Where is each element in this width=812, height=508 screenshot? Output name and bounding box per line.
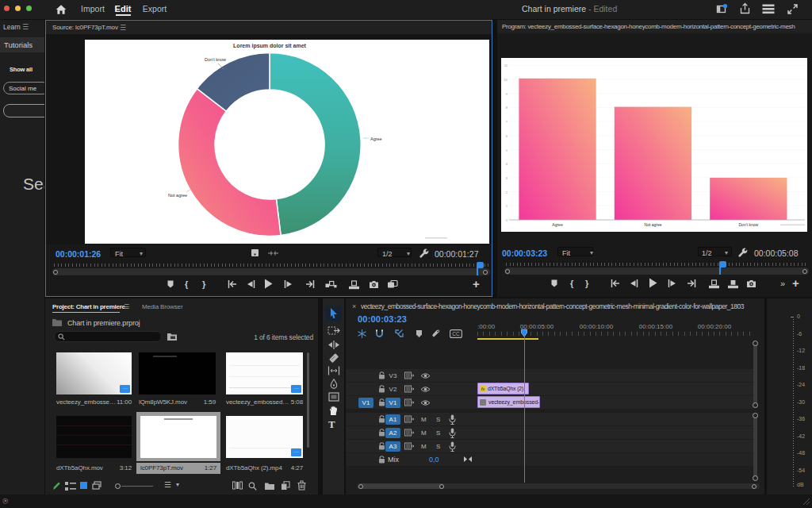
svg-text:1: 1 xyxy=(505,204,508,208)
svg-text:5: 5 xyxy=(505,148,508,152)
svg-text:Agree: Agree xyxy=(552,222,563,227)
svg-text:10: 10 xyxy=(504,78,508,82)
svg-text:2: 2 xyxy=(505,190,508,194)
svg-text:0: 0 xyxy=(505,218,508,222)
svg-text:Don't know: Don't know xyxy=(738,222,758,227)
svg-text:3: 3 xyxy=(505,176,508,180)
svg-text:4: 4 xyxy=(505,162,508,166)
svg-text:CC: CC xyxy=(452,331,460,337)
svg-text:Don't know: Don't know xyxy=(205,57,226,62)
svg-text:7: 7 xyxy=(505,120,508,124)
svg-text:Agree: Agree xyxy=(370,137,382,141)
svg-text:Not agree: Not agree xyxy=(644,222,661,227)
svg-text:Not agree: Not agree xyxy=(168,193,187,198)
svg-text:11: 11 xyxy=(504,64,508,67)
svg-text:8: 8 xyxy=(505,106,508,110)
svg-text:Lorem ipsum dolor sit amet: Lorem ipsum dolor sit amet xyxy=(233,43,306,49)
svg-text:6: 6 xyxy=(505,134,508,138)
svg-text:9: 9 xyxy=(505,92,508,96)
